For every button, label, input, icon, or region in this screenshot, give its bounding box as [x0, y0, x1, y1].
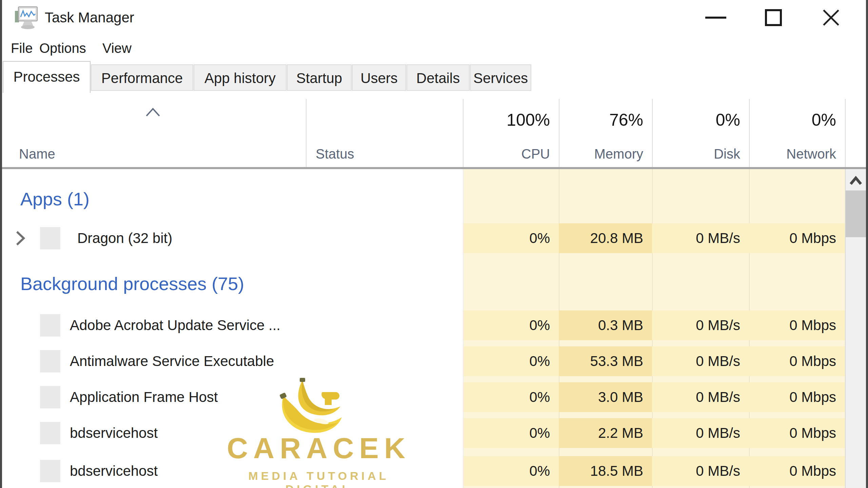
process-row[interactable]: Adobe Acrobat Update Service ... 0% 0.3 …	[2, 310, 866, 340]
tab-users[interactable]: Users	[352, 64, 406, 91]
column-header-disk[interactable]: Disk	[652, 145, 749, 163]
disk-value: 0 MB/s	[652, 418, 749, 448]
group-header-background-processes[interactable]: Background processes (75)	[20, 273, 244, 294]
network-value: 0 Mbps	[749, 456, 845, 486]
network-value: 0 Mbps	[749, 346, 845, 376]
column-divider	[306, 99, 307, 167]
process-name: Adobe Acrobat Update Service ...	[70, 310, 280, 340]
title-bar: Task Manager	[2, 0, 866, 35]
cpu-value: 0%	[463, 346, 559, 376]
column-header-status[interactable]: Status	[316, 145, 354, 163]
close-button[interactable]	[811, 0, 851, 35]
column-header-cpu[interactable]: CPU	[463, 145, 559, 163]
process-name: Application Frame Host	[70, 382, 218, 412]
process-name: Antimalware Service Executable	[70, 346, 274, 376]
process-name: bdservicehost	[70, 418, 158, 448]
network-value: 0 Mbps	[749, 418, 845, 448]
window-border-left	[0, 0, 2, 488]
menu-options[interactable]: Options	[39, 35, 86, 61]
network-value: 0 Mbps	[749, 382, 845, 412]
column-header-memory[interactable]: Memory	[559, 145, 652, 163]
process-row[interactable]: bdservicehost 0% 18.5 MB 0 MB/s 0 Mbps	[2, 456, 866, 486]
column-divider	[845, 99, 846, 167]
header-separator-line	[2, 167, 866, 169]
process-row[interactable]: Antimalware Service Executable 0% 53.3 M…	[2, 346, 866, 376]
menu-bar: File Options View	[2, 35, 866, 61]
memory-value: 0.3 MB	[559, 310, 652, 340]
disk-value: 0 MB/s	[652, 310, 749, 340]
process-icon	[40, 314, 60, 337]
scrollbar-thumb[interactable]	[846, 190, 866, 237]
tab-app-history[interactable]: App history	[194, 64, 287, 91]
tab-processes[interactable]: Processes	[3, 61, 91, 93]
disk-value: 0 MB/s	[652, 346, 749, 376]
tab-strip: Processes Performance App history Startu…	[2, 61, 866, 93]
scroll-up-button[interactable]	[846, 169, 866, 192]
memory-value: 20.8 MB	[559, 223, 652, 253]
process-icon	[40, 227, 60, 249]
group-header-apps[interactable]: Apps (1)	[20, 188, 90, 209]
expand-chevron-icon[interactable]	[14, 230, 26, 247]
memory-value: 18.5 MB	[559, 456, 652, 486]
process-row[interactable]: Dragon (32 bit) 0% 20.8 MB 0 MB/s 0 Mbps	[2, 223, 866, 253]
sort-ascending-icon	[145, 107, 161, 119]
memory-value: 2.2 MB	[559, 418, 652, 448]
menu-file[interactable]: File	[11, 35, 33, 61]
disk-value: 0 MB/s	[652, 456, 749, 486]
cpu-value: 0%	[463, 456, 559, 486]
cpu-value: 0%	[463, 223, 559, 253]
network-total-usage: 0%	[749, 109, 845, 131]
disk-value: 0 MB/s	[652, 382, 749, 412]
maximize-button[interactable]	[753, 0, 794, 35]
column-header-network[interactable]: Network	[749, 145, 845, 163]
task-manager-icon	[14, 5, 40, 30]
process-icon	[40, 386, 60, 408]
process-name: bdservicehost	[70, 456, 158, 486]
tab-startup[interactable]: Startup	[287, 64, 352, 91]
tab-performance[interactable]: Performance	[91, 64, 193, 91]
disk-value: 0 MB/s	[652, 223, 749, 253]
minimize-button[interactable]	[695, 0, 736, 35]
network-value: 0 Mbps	[749, 223, 845, 253]
process-name: Dragon (32 bit)	[77, 223, 172, 253]
cpu-value: 0%	[463, 382, 559, 412]
tab-details[interactable]: Details	[407, 64, 470, 91]
menu-view[interactable]: View	[102, 35, 132, 61]
cpu-value: 0%	[463, 310, 559, 340]
window-border-right	[866, 0, 868, 488]
memory-value: 3.0 MB	[559, 382, 652, 412]
process-row[interactable]: bdservicehost 0% 2.2 MB 0 MB/s 0 Mbps	[2, 418, 866, 448]
memory-value: 53.3 MB	[559, 346, 652, 376]
process-icon	[40, 422, 60, 444]
network-value: 0 Mbps	[749, 310, 845, 340]
cpu-value: 0%	[463, 418, 559, 448]
cpu-total-usage: 100%	[463, 109, 559, 131]
process-icon	[40, 460, 60, 482]
tab-services[interactable]: Services	[470, 64, 531, 91]
process-icon	[40, 350, 60, 372]
process-row[interactable]: Application Frame Host 0% 3.0 MB 0 MB/s …	[2, 382, 866, 412]
disk-total-usage: 0%	[652, 109, 749, 131]
vertical-scrollbar[interactable]	[845, 169, 866, 488]
window-title: Task Manager	[45, 0, 134, 35]
column-header-name[interactable]: Name	[19, 145, 55, 163]
task-manager-window: Task Manager File Options View Processes…	[0, 0, 868, 488]
memory-total-usage: 76%	[559, 109, 652, 131]
